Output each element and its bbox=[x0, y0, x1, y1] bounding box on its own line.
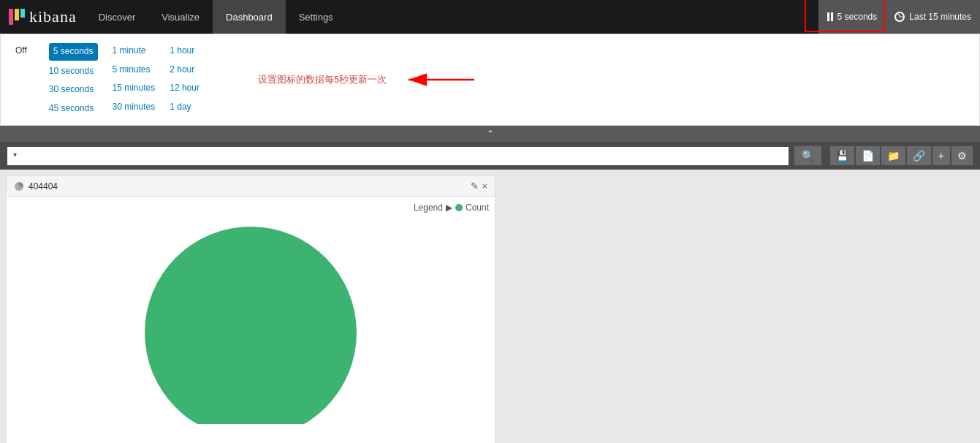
refresh-button[interactable]: 5 seconds bbox=[818, 0, 886, 34]
dashboard-area: 404404 ✎ × Legend ▶ Count bbox=[0, 170, 980, 443]
interval-10s[interactable]: 10 seconds bbox=[49, 64, 98, 80]
pause-icon bbox=[827, 12, 833, 21]
seconds-col: 5 seconds 10 seconds 30 seconds 45 secon… bbox=[49, 43, 98, 116]
legend-count-label: Count bbox=[466, 202, 489, 213]
interval-1m[interactable]: 1 minute bbox=[113, 43, 156, 59]
interval-5s[interactable]: 5 seconds bbox=[49, 43, 98, 61]
time-range-button[interactable]: Last 15 minutes bbox=[886, 0, 980, 34]
interval-5m[interactable]: 5 minutes bbox=[113, 62, 156, 78]
search-bar: 🔍 💾 📄 📁 🔗 + ⚙ bbox=[0, 142, 980, 170]
bar-pink bbox=[9, 9, 13, 25]
pause-bar-2 bbox=[831, 12, 833, 21]
nav-right: 5 seconds Last 15 minutes bbox=[818, 0, 980, 34]
time-label: Last 15 minutes bbox=[909, 12, 971, 22]
nav-visualize[interactable]: Visualize bbox=[148, 0, 213, 34]
add-panel-button[interactable]: + bbox=[932, 146, 950, 165]
bar-teal bbox=[20, 9, 25, 18]
save-dashboard-button[interactable]: 💾 bbox=[830, 146, 854, 165]
off-label[interactable]: Off bbox=[15, 43, 27, 59]
legend-expand-icon[interactable]: ▶ bbox=[446, 202, 452, 213]
panel-controls: ✎ × bbox=[471, 181, 487, 192]
nav-discover[interactable]: Discover bbox=[86, 0, 149, 34]
nav-dashboard[interactable]: Dashboard bbox=[213, 0, 286, 34]
annotation-text: 设置图标的数据每5秒更新一次 bbox=[229, 43, 496, 116]
interval-15m[interactable]: 15 minutes bbox=[113, 80, 156, 96]
pause-bar-1 bbox=[827, 12, 829, 21]
clock-icon bbox=[894, 12, 905, 22]
red-arrow-svg bbox=[401, 65, 496, 94]
interval-2h[interactable]: 2 hour bbox=[170, 62, 200, 78]
panel-title: 404404 bbox=[14, 181, 58, 192]
search-button[interactable]: 🔍 bbox=[794, 146, 821, 165]
interval-45s[interactable]: 45 seconds bbox=[49, 101, 98, 117]
collapse-icon: ⌃ bbox=[487, 129, 494, 139]
toolbar-icons: 💾 📄 📁 🔗 + ⚙ bbox=[830, 146, 973, 165]
pie-chart bbox=[134, 208, 368, 442]
legend-label: Legend bbox=[414, 202, 443, 213]
legend-dot bbox=[455, 204, 463, 211]
search-input[interactable] bbox=[7, 147, 789, 165]
interval-12h[interactable]: 12 hour bbox=[170, 80, 200, 96]
interval-1d[interactable]: 1 day bbox=[170, 99, 200, 116]
refresh-label: 5 seconds bbox=[837, 12, 878, 22]
interval-30s[interactable]: 30 seconds bbox=[49, 82, 98, 98]
panel-title-text: 404404 bbox=[29, 181, 58, 192]
panel-header: 404404 ✎ × bbox=[7, 176, 495, 197]
panel-404404: 404404 ✎ × Legend ▶ Count bbox=[6, 175, 495, 443]
interval-30m[interactable]: 30 minutes bbox=[113, 99, 156, 116]
nav-settings[interactable]: Settings bbox=[286, 0, 346, 34]
bar-yellow bbox=[15, 9, 19, 20]
load-dashboard-button[interactable]: 📄 bbox=[856, 146, 880, 165]
chart-container bbox=[12, 216, 489, 435]
kibana-bars bbox=[9, 9, 25, 25]
panel-edit-button[interactable]: ✎ bbox=[471, 181, 479, 192]
hours-col: 1 hour 2 hour 12 hour 1 day bbox=[170, 43, 200, 115]
collapse-bar[interactable]: ⌃ bbox=[0, 126, 980, 142]
share-button[interactable]: 🔗 bbox=[907, 146, 931, 165]
open-folder-button[interactable]: 📁 bbox=[881, 146, 905, 165]
top-nav: kibana Discover Visualize Dashboard Sett… bbox=[0, 0, 980, 34]
panel-close-button[interactable]: × bbox=[482, 181, 487, 192]
nav-items: Discover Visualize Dashboard Settings bbox=[86, 0, 346, 34]
kibana-logo-text: kibana bbox=[29, 7, 77, 26]
interval-1h[interactable]: 1 hour bbox=[170, 43, 200, 59]
svg-rect-4 bbox=[134, 424, 368, 442]
svg-point-3 bbox=[145, 227, 357, 439]
settings-button[interactable]: ⚙ bbox=[951, 146, 973, 165]
panel-body: Legend ▶ Count bbox=[7, 197, 495, 441]
panel-chart-icon bbox=[14, 181, 24, 192]
clock-hand2 bbox=[900, 17, 903, 18]
dropdown-panel: Off 5 seconds 10 seconds 30 seconds 45 s… bbox=[0, 34, 980, 126]
minutes-col: 1 minute 5 minutes 15 minutes 30 minutes bbox=[113, 43, 156, 115]
kibana-logo: kibana bbox=[0, 0, 86, 34]
